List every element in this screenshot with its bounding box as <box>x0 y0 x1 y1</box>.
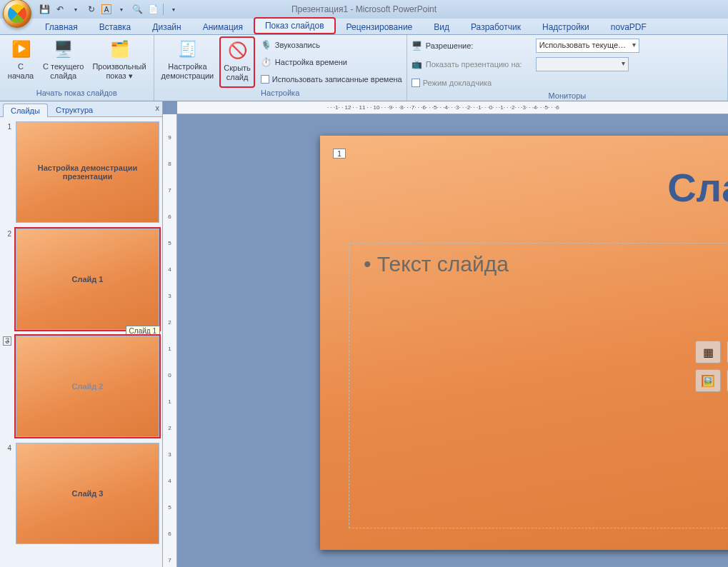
ribbon-tabs: Главная Вставка Дизайн Анимация Показ сл… <box>0 19 728 35</box>
monitor-icon: 🖥️ <box>412 40 423 51</box>
hide-slide-icon: 🚫 <box>226 39 249 62</box>
hide-slide-button[interactable]: 🚫 Скрыть слайд <box>219 36 255 88</box>
side-tab-slides[interactable]: Слайды <box>3 104 48 117</box>
thumbnail-2[interactable]: Слайд 1 Слайд 1 <box>16 229 159 330</box>
tab-animation[interactable]: Анимация <box>192 19 254 34</box>
tab-developer[interactable]: Разработчик <box>460 19 532 34</box>
tab-home[interactable]: Главная <box>34 19 89 34</box>
timing-icon: ⏱️ <box>261 56 272 68</box>
tab-insert[interactable]: Вставка <box>89 19 142 34</box>
slide-title[interactable]: Слайд 2 <box>667 164 728 211</box>
presenter-view-row[interactable]: Режим докладчика <box>412 75 723 91</box>
content-placeholder-icons: ▦ 📊 ➡️ 🖼️ 👤 🎞️ <box>695 341 728 392</box>
side-tab-outline[interactable]: Структура <box>48 103 101 116</box>
thumb-tooltip: Слайд 1 <box>126 326 160 336</box>
from-current-label: С текущего слайда <box>43 62 84 80</box>
hide-slide-label: Скрыть слайд <box>224 64 251 81</box>
record-narration-row[interactable]: 🎙️ Звукозапись <box>261 37 402 53</box>
resolution-select[interactable]: Использовать текуще… <box>536 39 639 53</box>
slide-canvas[interactable]: 1 Слайд 2 • Текст слайда ▦ 📊 ➡️ 🖼️ 👤 🎞️ <box>320 136 728 550</box>
ribbon: ▶️ С начала 🖥️ С текущего слайда 🗂️ Прои… <box>0 35 728 101</box>
redo-icon[interactable]: ↻ <box>86 4 97 15</box>
thumb-number: 4 <box>3 443 11 544</box>
resolution-row: 🖥️ Разрешение: Использовать текуще… <box>412 38 723 54</box>
tab-slideshow[interactable]: Показ слайдов <box>254 17 336 34</box>
side-tabs: Слайды Структура x <box>0 101 162 117</box>
print-preview-icon[interactable]: 🔍 <box>131 4 143 15</box>
slide-bullet-text[interactable]: • Текст слайда <box>364 252 728 276</box>
side-close-button[interactable]: x <box>156 104 160 112</box>
workspace: Слайды Структура x 1 Настройка демонстра… <box>0 101 728 567</box>
show-on-label: Показать презентацию на: <box>426 60 533 69</box>
tab-view[interactable]: Вид <box>423 19 460 34</box>
thumbnail-3[interactable]: Слайд 2 <box>16 336 159 437</box>
setup-show-button[interactable]: 🧾 Настройка демонстрации <box>159 36 217 88</box>
tab-review[interactable]: Рецензирование <box>336 19 424 34</box>
insert-picture-icon[interactable]: 🖼️ <box>695 369 721 392</box>
from-current-icon: 🖥️ <box>52 38 75 61</box>
setup-show-icon: 🧾 <box>176 38 199 61</box>
vertical-ruler: 987654321012345678 <box>163 114 177 567</box>
tab-novapdf[interactable]: novaPDF <box>600 19 657 34</box>
group-start-slideshow: ▶️ С начала 🖥️ С текущего слайда 🗂️ Прои… <box>0 35 154 101</box>
insert-table-icon[interactable]: ▦ <box>695 341 721 363</box>
horizontal-ruler: · · ·1· · 12 · · 11 · · 10 · · ·9· · ·8·… <box>177 101 728 114</box>
thumbnail-1[interactable]: Настройка демонстрации презентации <box>16 121 159 223</box>
custom-show-button[interactable]: 🗂️ Произвольный показ ▾ <box>89 36 149 88</box>
thumb-number: 2 <box>3 229 11 330</box>
new-doc-icon[interactable]: 📄 <box>147 4 159 15</box>
slide-number-badge: 1 <box>333 149 346 159</box>
thumb-title: Настройка демонстрации презентации <box>38 164 137 181</box>
group-monitors: 🖥️ Разрешение: Использовать текуще… 📺 По… <box>407 35 728 101</box>
thumb-title: Слайд 1 <box>72 275 104 284</box>
from-beginning-icon: ▶️ <box>9 38 32 61</box>
presenter-view-label: Режим докладчика <box>423 79 492 87</box>
record-icon: 🎙️ <box>261 39 272 51</box>
group-monitors-label: Мониторы <box>412 91 723 100</box>
title-bar: 💾 ↶ ▼ ↻ A ▼ 🔍 📄 ▼ Презентация1 - Microso… <box>0 0 728 19</box>
office-button[interactable] <box>3 0 31 28</box>
thumb-number: 1 <box>3 121 11 223</box>
group-setup-label: Настройка <box>159 88 402 99</box>
use-timings-checkbox[interactable] <box>261 75 269 84</box>
group-setup: 🧾 Настройка демонстрации 🚫 Скрыть слайд … <box>154 35 407 101</box>
use-timings-row[interactable]: Использовать записанные времена <box>261 71 402 87</box>
from-beginning-button[interactable]: ▶️ С начала <box>4 36 37 88</box>
thumb-number: 3 <box>3 336 11 437</box>
use-timings-label: Использовать записанные времена <box>272 75 402 84</box>
tab-design[interactable]: Дизайн <box>141 19 191 34</box>
custom-show-label: Произвольный показ ▾ <box>92 62 146 80</box>
tab-addins[interactable]: Надстройки <box>532 19 600 34</box>
undo-dropdown-icon[interactable]: ▼ <box>70 4 81 15</box>
thumb-title: Слайд 3 <box>72 489 104 498</box>
thumbnails-list[interactable]: 1 Настройка демонстрации презентации 2 С… <box>0 117 162 567</box>
thumbnail-4[interactable]: Слайд 3 <box>16 443 159 544</box>
record-label: Звукозапись <box>275 41 320 49</box>
show-on-icon: 📺 <box>412 59 423 70</box>
font-box-dropdown-icon[interactable]: ▼ <box>116 4 127 15</box>
setup-show-label: Настройка демонстрации <box>161 62 214 80</box>
timing-label: Настройка времени <box>275 58 347 66</box>
quick-access-toolbar: 💾 ↶ ▼ ↻ A ▼ 🔍 📄 ▼ <box>39 4 179 15</box>
custom-show-icon: 🗂️ <box>108 38 131 61</box>
slide-editor: · · ·1· · 12 · · 11 · · 10 · · ·9· · ·8·… <box>163 101 728 567</box>
qat-customize-icon[interactable]: ▼ <box>168 4 179 15</box>
slide-body-placeholder[interactable]: • Текст слайда ▦ 📊 ➡️ 🖼️ 👤 🎞️ <box>349 243 728 528</box>
thumb-title: Слайд 2 <box>72 382 104 391</box>
undo-icon[interactable]: ↶ <box>54 4 66 15</box>
rehearse-timings-row[interactable]: ⏱️ Настройка времени <box>261 54 402 70</box>
font-box-icon[interactable]: A <box>101 4 111 14</box>
group-start-label: Начать показ слайдов <box>4 88 149 99</box>
from-beginning-label: С начала <box>8 62 34 80</box>
qat-separator <box>163 4 164 15</box>
save-icon[interactable]: 💾 <box>39 4 50 15</box>
canvas[interactable]: 1 Слайд 2 • Текст слайда ▦ 📊 ➡️ 🖼️ 👤 🎞️ <box>177 114 728 567</box>
show-on-row: 📺 Показать презентацию на: <box>412 56 723 72</box>
presenter-view-checkbox[interactable] <box>412 79 420 87</box>
resolution-label: Разрешение: <box>426 41 533 50</box>
slides-pane: Слайды Структура x 1 Настройка демонстра… <box>0 101 163 567</box>
show-on-select <box>536 57 629 71</box>
from-current-button[interactable]: 🖥️ С текущего слайда <box>40 36 86 88</box>
